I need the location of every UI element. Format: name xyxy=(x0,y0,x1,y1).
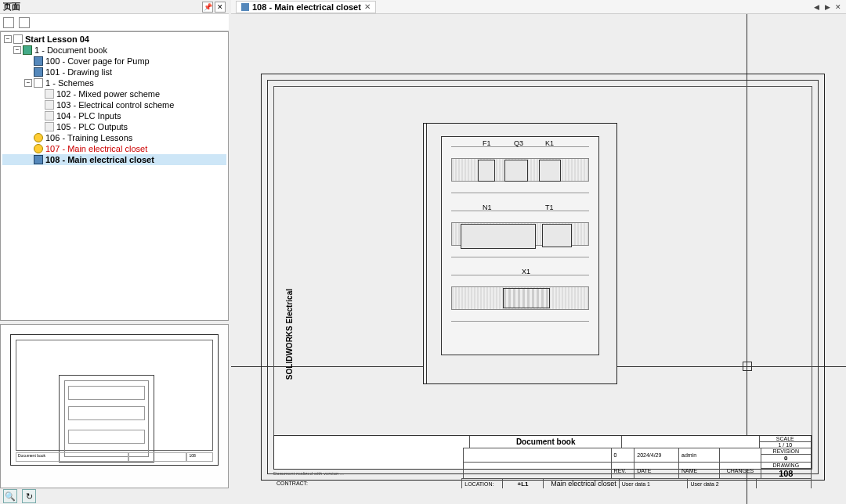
tree-item-104[interactable]: 104 - PLC Inputs xyxy=(2,110,226,121)
title-block: Document book SCALE 1 / 10 0 2024/4/29 a… xyxy=(273,435,812,470)
label-k1: K1 xyxy=(545,139,554,147)
tree-label: 108 - Main electrical closet xyxy=(45,155,154,164)
gear-icon xyxy=(34,144,43,153)
tree-label: 1 - Document book xyxy=(34,45,107,55)
tb-date-val: 2024/4/29 xyxy=(634,448,679,462)
rail-mid: N1 T1 xyxy=(451,211,589,257)
scheme-icon xyxy=(45,89,54,99)
tb-contract: CONTRACT: xyxy=(274,478,462,488)
tab-close-icon[interactable]: ✕ xyxy=(364,2,371,11)
panel-title: 页面 xyxy=(3,1,202,13)
tree-item-105[interactable]: 105 - PLC Outputs xyxy=(2,121,226,132)
tab-search[interactable]: 🔍 xyxy=(3,489,17,503)
preview-border xyxy=(16,340,213,451)
device-x1[interactable] xyxy=(503,288,550,308)
tree-label: 105 - PLC Outputs xyxy=(56,122,128,131)
tab-label: 108 - Main electrical closet xyxy=(252,2,361,12)
gear-icon xyxy=(34,133,43,142)
book-icon xyxy=(23,45,32,55)
label-q3: Q3 xyxy=(514,139,523,147)
main-area: 108 - Main electrical closet ✕ ◀ ▶ ✕ SOL… xyxy=(231,0,846,504)
tree-doc-book[interactable]: − 1 - Document book xyxy=(2,45,226,56)
scheme-icon xyxy=(45,122,54,131)
scheme-icon xyxy=(45,111,54,121)
preview-pane[interactable]: Document book 108 xyxy=(0,324,229,488)
tree-label: 106 - Training Lessons xyxy=(45,133,132,142)
page-icon xyxy=(34,56,43,66)
tb-drawing-lbl: DRAWING xyxy=(761,463,811,469)
device-k1[interactable] xyxy=(539,160,561,182)
tree-item-100[interactable]: 100 - Cover page for Pump xyxy=(2,56,226,67)
expand-icon[interactable]: − xyxy=(24,79,32,87)
tree-item-102[interactable]: 102 - Mixed power scheme xyxy=(2,88,226,99)
tree-label: 101 - Drawing list xyxy=(45,67,112,77)
nav-close-icon[interactable]: ✕ xyxy=(833,2,843,12)
device-t1[interactable] xyxy=(542,224,572,247)
close-icon[interactable]: ✕ xyxy=(215,2,226,13)
cabinet[interactable]: F1 Q3 K1 N1 T1 xyxy=(423,123,617,384)
mounting-plate: F1 Q3 K1 N1 T1 xyxy=(441,136,599,355)
tb-desc: Main electrical closet xyxy=(544,478,620,488)
side-text: SOLIDWORKS Electrical xyxy=(285,289,294,380)
nav-prev-icon[interactable]: ◀ xyxy=(812,2,821,12)
rail-bot: X1 xyxy=(451,275,589,322)
tb-revision-lbl: REVISION xyxy=(761,448,811,455)
rail-top: F1 Q3 K1 xyxy=(451,146,589,193)
document-tabs: 108 - Main electrical closet ✕ ◀ ▶ ✕ xyxy=(231,0,846,14)
tree-label: 104 - PLC Inputs xyxy=(56,111,121,121)
drawing-sheet: SOLIDWORKS Electrical F1 Q3 K1 xyxy=(261,74,825,481)
tb-name-val: admin xyxy=(679,448,720,462)
tree-label: 102 - Mixed power scheme xyxy=(56,89,160,99)
device-n1[interactable] xyxy=(461,224,536,249)
label-n1: N1 xyxy=(483,203,492,211)
tb-ud2: User data 2 xyxy=(688,478,757,488)
tab-108[interactable]: 108 - Main electrical closet ✕ xyxy=(236,1,376,13)
label-t1: T1 xyxy=(545,203,554,211)
tree-root-label: Start Lesson 04 xyxy=(25,34,89,44)
folder-icon xyxy=(34,78,43,88)
page-icon xyxy=(34,67,43,77)
tree-label: 107 - Main electrical closet xyxy=(45,144,147,153)
tb-scale-lbl: SCALE xyxy=(760,436,811,442)
doc-icon xyxy=(241,3,249,11)
tree-label: 1 - Schemes xyxy=(45,78,94,88)
label-x1: X1 xyxy=(522,268,530,275)
project-tree[interactable]: − Start Lesson 04 − 1 - Document book 10… xyxy=(0,31,229,321)
panel-toolbar xyxy=(0,14,229,31)
tree-root[interactable]: − Start Lesson 04 xyxy=(2,34,226,45)
device-f1[interactable] xyxy=(478,160,495,182)
preview-title-block: Document book 108 xyxy=(16,452,213,462)
expand-icon[interactable]: − xyxy=(4,35,12,43)
scheme-icon xyxy=(45,100,54,110)
tb-doc-book: Document book xyxy=(470,436,622,448)
tb-drawing-val: 108 xyxy=(761,469,811,478)
page-icon xyxy=(34,155,43,164)
preview-tb-left: Document book xyxy=(16,452,128,462)
tree-item-108[interactable]: 108 - Main electrical closet xyxy=(2,154,226,165)
tree-item-101[interactable]: 101 - Drawing list xyxy=(2,67,226,77)
preview-tb-mid xyxy=(128,452,187,462)
panel-header: 页面 📌 ✕ xyxy=(0,0,229,14)
tb-revision-val: 0 xyxy=(761,455,811,462)
toolbar-icon-2[interactable] xyxy=(19,17,30,28)
tb-rev-val: 0 xyxy=(612,448,635,462)
tab-refresh[interactable]: ↻ xyxy=(22,489,36,503)
device-q3[interactable] xyxy=(504,160,528,182)
expand-icon[interactable]: − xyxy=(13,46,21,54)
tb-scale-val: 1 / 10 xyxy=(760,442,811,448)
drawing-canvas[interactable]: SOLIDWORKS Electrical F1 Q3 K1 xyxy=(231,14,846,504)
tb-name-lbl: NAME xyxy=(679,462,720,478)
tree-item-107[interactable]: 107 - Main electrical closet xyxy=(2,143,226,154)
tree-schemes-folder[interactable]: − 1 - Schemes xyxy=(2,77,226,88)
pin-icon[interactable]: 📌 xyxy=(202,2,213,13)
tree-item-106[interactable]: 106 - Training Lessons xyxy=(2,132,226,143)
tb-location-lbl: LOCATION: xyxy=(462,478,503,488)
nav-next-icon[interactable]: ▶ xyxy=(822,2,832,12)
tree-label: 100 - Cover page for Pump xyxy=(45,56,150,66)
toolbar-icon-1[interactable] xyxy=(3,17,14,28)
tb-rev-lbl: REV. xyxy=(612,462,635,478)
preview-tb-right: 108 xyxy=(186,452,213,462)
tree-label: 103 - Electrical control scheme xyxy=(56,100,174,110)
tree-item-103[interactable]: 103 - Electrical control scheme xyxy=(2,99,226,110)
bottom-tabs: 🔍 ↻ xyxy=(0,488,229,504)
